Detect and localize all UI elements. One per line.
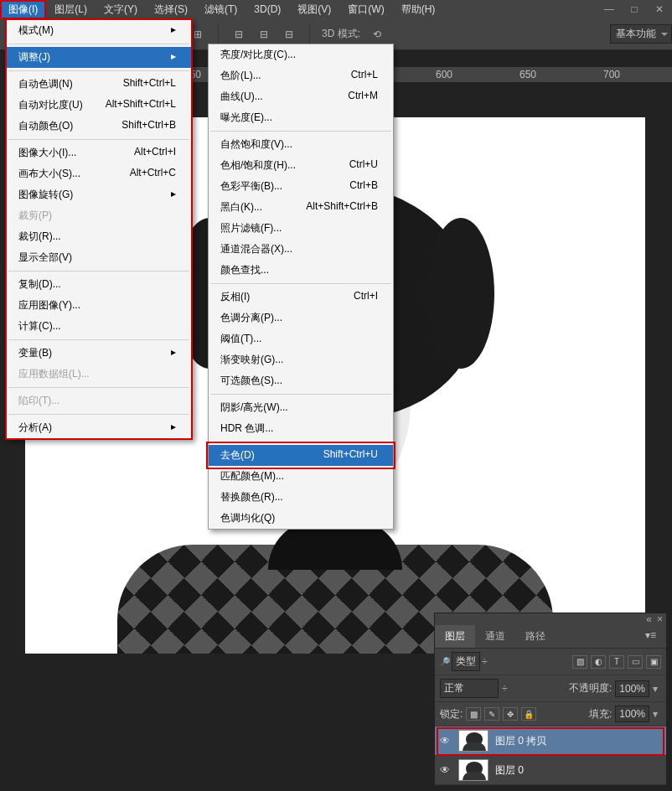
menuitem-自然饱和度V[interactable]: 自然饱和度(V)... bbox=[209, 134, 393, 155]
menuitem-应用数据组L: 应用数据组(L)... bbox=[7, 364, 191, 385]
menuitem-亮度对比度C[interactable]: 亮度/对比度(C)... bbox=[209, 44, 393, 65]
menuitem-复制D[interactable]: 复制(D)... bbox=[7, 274, 191, 295]
layers-panel: « × 图层 通道 路径 ▾≡ 🔎类型÷ ▧ ◐ T ▭ ▣ 正常 ÷ 不透明度… bbox=[434, 613, 667, 786]
menu-帮助[interactable]: 帮助(H) bbox=[393, 0, 444, 19]
menu-文字[interactable]: 文字(Y) bbox=[96, 0, 146, 19]
visibility-icon[interactable]: 👁 bbox=[440, 764, 452, 776]
menuitem-计算C[interactable]: 计算(C)... bbox=[7, 316, 191, 337]
layer-row[interactable]: 👁图层 0 拷贝 bbox=[435, 726, 666, 756]
menu-滤镜[interactable]: 滤镜(T) bbox=[196, 0, 246, 19]
menuitem-应用图像Y[interactable]: 应用图像(Y)... bbox=[7, 295, 191, 316]
orbit-icon[interactable]: ⟲ bbox=[369, 26, 385, 43]
menuitem-显示全部V[interactable]: 显示全部(V) bbox=[7, 247, 191, 268]
visibility-icon[interactable]: 👁 bbox=[440, 735, 452, 747]
menuitem-陷印T: 陷印(T)... bbox=[7, 390, 191, 411]
layer-thumbnail[interactable] bbox=[458, 730, 488, 752]
blend-mode-select[interactable]: 正常 bbox=[440, 679, 499, 698]
menuitem-自动颜色O[interactable]: 自动颜色(O)Shift+Ctrl+B bbox=[7, 116, 191, 137]
menu-选择[interactable]: 选择(S) bbox=[146, 0, 196, 19]
filter-smart-icon[interactable]: ▣ bbox=[646, 655, 661, 669]
ruler-mark: 700 bbox=[603, 69, 620, 80]
lock-pixels-icon[interactable]: ✎ bbox=[484, 707, 499, 721]
menuitem-调整J[interactable]: 调整(J) bbox=[7, 47, 191, 68]
opacity-field[interactable]: 100%▾ bbox=[615, 680, 661, 697]
menuitem-颜色查找[interactable]: 颜色查找... bbox=[209, 260, 393, 281]
menuitem-可选颜色S[interactable]: 可选颜色(S)... bbox=[209, 370, 393, 391]
menu-图像[interactable]: 图像(I) bbox=[0, 0, 46, 19]
maximize-button[interactable]: □ bbox=[622, 0, 647, 18]
fill-label: 填充: bbox=[589, 707, 612, 721]
tab-paths[interactable]: 路径 bbox=[515, 625, 556, 648]
ruler-mark: 600 bbox=[436, 69, 452, 80]
menuitem-色阶L[interactable]: 色阶(L)...Ctrl+L bbox=[209, 65, 393, 86]
menuitem-通道混合器X[interactable]: 通道混合器(X)... bbox=[209, 239, 393, 260]
menu-图层[interactable]: 图层(L) bbox=[46, 0, 96, 19]
menuitem-HDR色调[interactable]: HDR 色调... bbox=[209, 418, 393, 439]
filter-kind-icon[interactable]: 🔎类型÷ bbox=[440, 652, 488, 671]
ruler-mark: 650 bbox=[520, 69, 536, 80]
panel-close-icon[interactable]: × bbox=[657, 613, 663, 625]
menuitem-裁切R[interactable]: 裁切(R)... bbox=[7, 226, 191, 247]
menuitem-去色D[interactable]: 去色(D)Shift+Ctrl+U bbox=[209, 445, 393, 466]
mode3d-label: 3D 模式: bbox=[322, 27, 360, 41]
workspace-select[interactable]: 基本功能 bbox=[610, 24, 672, 44]
menuitem-分析A[interactable]: 分析(A) bbox=[7, 417, 191, 438]
menuitem-照片滤镜F[interactable]: 照片滤镜(F)... bbox=[209, 218, 393, 239]
filter-shape-icon[interactable]: ▭ bbox=[628, 655, 643, 669]
menuitem-匹配颜色M[interactable]: 匹配颜色(M)... bbox=[209, 466, 393, 487]
fill-field[interactable]: 100%▾ bbox=[615, 706, 661, 722]
filter-pixel-icon[interactable]: ▧ bbox=[572, 655, 587, 669]
menuitem-阴影高光W[interactable]: 阴影/高光(W)... bbox=[209, 397, 393, 418]
adjustments-submenu: 亮度/对比度(C)...色阶(L)...Ctrl+L曲线(U)...Ctrl+M… bbox=[208, 44, 394, 530]
menuitem-阈值T[interactable]: 阈值(T)... bbox=[209, 328, 393, 349]
lock-trans-icon[interactable]: ▩ bbox=[466, 707, 481, 721]
menu-3D[interactable]: 3D(D) bbox=[246, 1, 289, 18]
menuitem-图像旋转G[interactable]: 图像旋转(G) bbox=[7, 184, 191, 205]
distribute-icon[interactable]: ⊟ bbox=[230, 26, 247, 43]
layer-list: 👁图层 0 拷贝👁图层 0 bbox=[435, 726, 666, 785]
tab-layers[interactable]: 图层 bbox=[435, 625, 475, 648]
filter-adjust-icon[interactable]: ◐ bbox=[591, 655, 606, 669]
menuitem-裁剪P: 裁剪(P) bbox=[7, 205, 191, 226]
menuitem-自动色调N[interactable]: 自动色调(N)Shift+Ctrl+L bbox=[7, 74, 191, 95]
menuitem-色相饱和度H[interactable]: 色相/饱和度(H)...Ctrl+U bbox=[209, 155, 393, 176]
layer-thumbnail[interactable] bbox=[458, 759, 488, 781]
menuitem-色调分离P[interactable]: 色调分离(P)... bbox=[209, 308, 393, 328]
opacity-label: 不透明度: bbox=[569, 681, 612, 695]
panel-collapse-icon[interactable]: « bbox=[646, 613, 652, 625]
menuitem-色彩平衡B[interactable]: 色彩平衡(B)...Ctrl+B bbox=[209, 176, 393, 197]
image-menu-dropdown: 模式(M)调整(J)自动色调(N)Shift+Ctrl+L自动对比度(U)Alt… bbox=[5, 18, 193, 440]
layer-name: 图层 0 拷贝 bbox=[495, 734, 546, 748]
menuitem-反相I[interactable]: 反相(I)Ctrl+I bbox=[209, 287, 393, 308]
lock-label: 锁定: bbox=[440, 707, 463, 721]
menu-bar: 图像(I)图层(L)文字(Y)选择(S)滤镜(T)3D(D)视图(V)窗口(W)… bbox=[0, 0, 672, 18]
layer-row[interactable]: 👁图层 0 bbox=[435, 756, 666, 785]
lock-position-icon[interactable]: ✥ bbox=[503, 707, 518, 721]
window-controls: ― □ ✕ bbox=[597, 0, 672, 18]
panel-tabs: 图层 通道 路径 ▾≡ bbox=[435, 625, 666, 649]
distribute-icon[interactable]: ⊟ bbox=[256, 26, 272, 43]
panel-menu-icon[interactable]: ▾≡ bbox=[635, 625, 666, 648]
menuitem-图像大小I[interactable]: 图像大小(I)...Alt+Ctrl+I bbox=[7, 142, 191, 163]
menuitem-曲线U[interactable]: 曲线(U)...Ctrl+M bbox=[209, 86, 393, 107]
close-button[interactable]: ✕ bbox=[647, 0, 672, 18]
filter-type-icon[interactable]: T bbox=[609, 655, 624, 669]
lock-all-icon[interactable]: 🔒 bbox=[521, 707, 536, 721]
menuitem-色调均化Q[interactable]: 色调均化(Q) bbox=[209, 508, 393, 529]
tab-channels[interactable]: 通道 bbox=[475, 625, 515, 648]
menu-窗口[interactable]: 窗口(W) bbox=[339, 0, 392, 19]
layer-name: 图层 0 bbox=[495, 763, 524, 778]
menuitem-变量B[interactable]: 变量(B) bbox=[7, 343, 191, 364]
menuitem-渐变映射G[interactable]: 渐变映射(G)... bbox=[209, 349, 393, 370]
menu-视图[interactable]: 视图(V) bbox=[289, 0, 339, 19]
menuitem-替换颜色R[interactable]: 替换颜色(R)... bbox=[209, 487, 393, 508]
menuitem-黑白K[interactable]: 黑白(K)...Alt+Shift+Ctrl+B bbox=[209, 197, 393, 218]
minimize-button[interactable]: ― bbox=[597, 0, 622, 18]
menuitem-曝光度E[interactable]: 曝光度(E)... bbox=[209, 107, 393, 128]
distribute-icon[interactable]: ⊟ bbox=[281, 26, 297, 43]
menuitem-自动对比度U[interactable]: 自动对比度(U)Alt+Shift+Ctrl+L bbox=[7, 95, 191, 116]
menuitem-画布大小S[interactable]: 画布大小(S)...Alt+Ctrl+C bbox=[7, 163, 191, 184]
menuitem-模式M[interactable]: 模式(M) bbox=[7, 20, 191, 41]
